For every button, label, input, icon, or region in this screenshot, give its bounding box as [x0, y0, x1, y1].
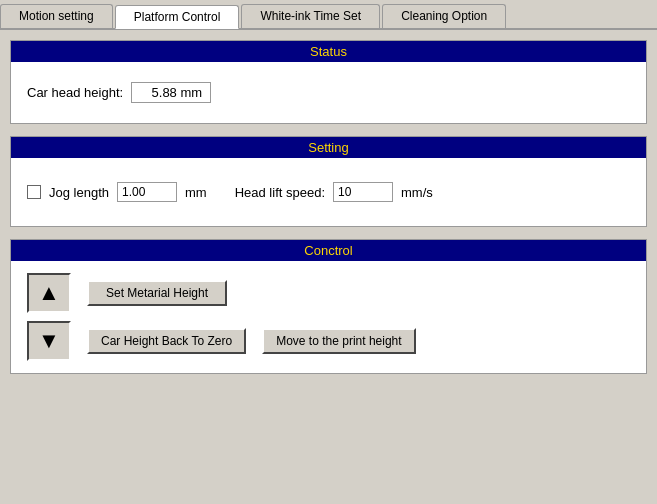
head-lift-speed-input[interactable] — [333, 182, 393, 202]
setting-title: Setting — [11, 137, 646, 158]
tab-cleaning-option[interactable]: Cleaning Option — [382, 4, 506, 28]
set-material-height-button[interactable]: Set Metarial Height — [87, 280, 227, 306]
tab-motion-setting[interactable]: Motion setting — [0, 4, 113, 28]
control-row-up: Set Metarial Height — [27, 273, 630, 313]
status-title: Status — [11, 41, 646, 62]
jog-unit: mm — [185, 185, 207, 200]
control-title: Conctrol — [11, 240, 646, 261]
car-head-height-value: 5.88 mm — [131, 82, 211, 103]
control-row-down: Car Height Back To Zero Move to the prin… — [27, 321, 630, 361]
head-lift-unit: mm/s — [401, 185, 433, 200]
arrow-down-button[interactable] — [27, 321, 71, 361]
control-section: Conctrol Set Metarial Height Car Height … — [10, 239, 647, 374]
car-head-height-label: Car head height: — [27, 85, 123, 100]
setting-row: Jog length mm Head lift speed: mm/s — [27, 170, 630, 214]
status-body: Car head height: 5.88 mm — [11, 62, 646, 123]
arrow-up-button[interactable] — [27, 273, 71, 313]
move-to-print-height-button[interactable]: Move to the print height — [262, 328, 415, 354]
jog-checkbox[interactable] — [27, 185, 41, 199]
arrow-down-icon — [38, 328, 60, 354]
head-lift-speed-label: Head lift speed: — [235, 185, 325, 200]
tab-white-ink-time-set[interactable]: White-ink Time Set — [241, 4, 380, 28]
control-body: Set Metarial Height Car Height Back To Z… — [11, 261, 646, 373]
car-head-height-row: Car head height: 5.88 mm — [27, 74, 630, 111]
car-height-back-button[interactable]: Car Height Back To Zero — [87, 328, 246, 354]
setting-section: Setting Jog length mm Head lift speed: m… — [10, 136, 647, 227]
jog-length-input[interactable] — [117, 182, 177, 202]
content-area: Status Car head height: 5.88 mm Setting … — [0, 30, 657, 396]
tab-bar: Motion setting Platform Control White-in… — [0, 0, 657, 30]
setting-body: Jog length mm Head lift speed: mm/s — [11, 158, 646, 226]
arrow-up-icon — [38, 280, 60, 306]
status-section: Status Car head height: 5.88 mm — [10, 40, 647, 124]
jog-length-label: Jog length — [49, 185, 109, 200]
tab-platform-control[interactable]: Platform Control — [115, 5, 240, 29]
